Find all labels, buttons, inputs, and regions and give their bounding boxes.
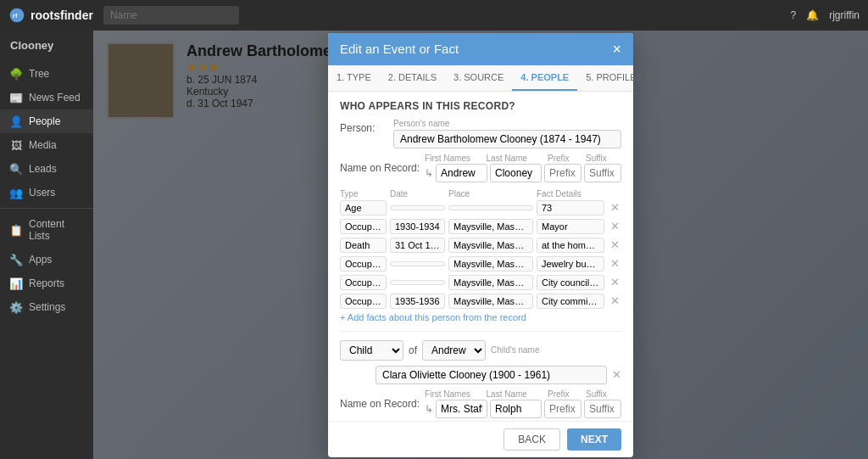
top-bar: rf rootsfinder ? 🔔 rjgriffin — [0, 0, 868, 31]
content-area: Andrew Bartholomew Clooney ★★★ b. 25 JUN… — [93, 31, 868, 459]
col-place-label: Place — [448, 189, 533, 199]
svg-text:rf: rf — [13, 12, 18, 20]
settings-icon: ⚙️ — [10, 301, 22, 313]
fact-remove-occ4[interactable]: ✕ — [608, 294, 621, 307]
tab-profiles[interactable]: 5. PROFILES — [577, 65, 651, 91]
logo: rf rootsfinder — [8, 7, 93, 24]
sidebar-item-tree[interactable]: 🌳 Tree — [0, 62, 93, 86]
prefix-input[interactable] — [544, 164, 581, 182]
reports-icon: 📊 — [10, 277, 22, 289]
modal-body: WHO APPEARS IN THIS RECORD? Person: Pers… — [328, 92, 633, 421]
sidebar-item-news-feed[interactable]: 📰 News Feed — [0, 86, 93, 109]
fact-remove-occ2[interactable]: ✕ — [608, 257, 621, 270]
child-section: Child Parent Spouse of Andrew Child's na… — [340, 331, 621, 421]
fact-type-occ1: Occupation — [340, 219, 387, 234]
fact-date-occ4: 1935-1936 — [390, 294, 445, 309]
first-name-input[interactable] — [436, 164, 487, 182]
fact-remove-death[interactable]: ✕ — [608, 238, 621, 251]
child-last-name-label: Last Name — [487, 389, 545, 399]
fact-details-age: 73 — [537, 200, 604, 216]
back-button[interactable]: BACK — [504, 428, 560, 451]
col-details-label: Fact Details — [537, 189, 604, 199]
add-facts-link[interactable]: + Add facts about this person from the r… — [340, 312, 621, 322]
name-arrow-icon: ↳ — [425, 167, 433, 179]
child-last-name-input[interactable] — [490, 400, 542, 418]
child-name-arrow-icon: ↳ — [425, 403, 433, 415]
col-date-label: Date — [390, 189, 445, 199]
child-remove-icon[interactable]: ✕ — [612, 368, 621, 381]
modal-title: Edit an Event or Fact — [340, 42, 459, 56]
child-first-name-input[interactable] — [436, 400, 487, 418]
modal-close-button[interactable]: × — [612, 42, 621, 57]
child-suffix-label: Suffix — [586, 389, 621, 399]
content-lists-icon: 📋 — [10, 224, 22, 236]
tab-source[interactable]: 3. SOURCE — [445, 65, 512, 91]
tab-details[interactable]: 2. DETAILS — [380, 65, 445, 91]
name-record-label: Name on Record: — [340, 162, 420, 174]
person-name-display: Andrew Bartholomew Clooney (1874 - 1947) — [393, 130, 621, 148]
apps-icon: 🔧 — [10, 254, 22, 266]
col-type-label: Type — [340, 189, 387, 199]
help-icon[interactable]: ? — [791, 9, 797, 21]
username: rjgriffin — [829, 9, 860, 21]
fact-details-occ3: City councilmar — [537, 275, 604, 290]
last-name-label: Last Name — [487, 154, 545, 163]
family-name: Clooney — [0, 31, 93, 55]
child-name-sublabel: Child's name — [491, 345, 621, 355]
next-button[interactable]: NEXT — [567, 428, 621, 451]
top-right-area: ? 🔔 rjgriffin — [791, 9, 860, 21]
sidebar-item-reports[interactable]: 📊 Reports — [0, 271, 93, 295]
fact-details-occ1: Mayor — [537, 219, 604, 234]
suffix-input[interactable] — [584, 164, 621, 182]
media-icon: 🖼 — [10, 139, 22, 151]
fact-type-age: Age — [340, 200, 387, 216]
sidebar-item-users[interactable]: 👥 Users — [0, 181, 93, 204]
fact-remove-occ3[interactable]: ✕ — [608, 276, 621, 288]
sidebar-item-content-lists[interactable]: 📋 Content Lists — [0, 212, 93, 248]
sidebar-item-apps[interactable]: 🔧 Apps — [0, 248, 93, 271]
suffix-label: Suffix — [586, 154, 621, 163]
sidebar-item-leads[interactable]: 🔍 Leads — [0, 157, 93, 181]
first-names-label: First Names — [425, 154, 483, 163]
fact-details-occ2: Jewelry busines — [537, 256, 604, 271]
fact-remove-occ1[interactable]: ✕ — [608, 220, 621, 232]
fact-place-occ1: Maysville, Mason, Kentucky, — [448, 219, 533, 234]
fact-type-death: Death — [340, 238, 387, 253]
fact-remove-age[interactable]: ✕ — [608, 201, 621, 214]
fact-place-age — [448, 205, 533, 210]
notifications-icon[interactable]: 🔔 — [806, 9, 819, 21]
tab-people[interactable]: 4. PEOPLE — [512, 65, 577, 91]
tree-icon: 🌳 — [10, 68, 22, 80]
sidebar-item-settings[interactable]: ⚙️ Settings — [0, 295, 93, 319]
section-title: WHO APPEARS IN THIS RECORD? — [340, 100, 621, 112]
sidebar-item-people[interactable]: 👤 People — [0, 109, 93, 133]
fact-date-occ2 — [390, 261, 445, 266]
fact-details-death: at the home of h — [537, 238, 604, 253]
modal-overlay: Edit an Event or Fact × 1. TYPE 2. DETAI… — [93, 31, 868, 459]
child-prefix-input[interactable] — [544, 400, 581, 418]
people-icon: 👤 — [10, 115, 22, 127]
tab-type[interactable]: 1. TYPE — [328, 65, 380, 91]
fact-type-occ4: Occupation — [340, 294, 387, 309]
fact-place-death: Maysville, Mason, Kentucky, — [448, 238, 533, 253]
child-parent-select[interactable]: Andrew — [422, 340, 486, 361]
child-suffix-input[interactable] — [584, 400, 621, 418]
child-type-select[interactable]: Child Parent Spouse — [340, 340, 403, 361]
search-input[interactable] — [103, 6, 239, 25]
fact-type-occ2: Occupation — [340, 256, 387, 271]
sidebar-item-media[interactable]: 🖼 Media — [0, 133, 93, 157]
news-icon: 📰 — [10, 92, 22, 104]
fact-place-occ2: Maysville, Mason, Kentucky, — [448, 256, 533, 271]
fact-place-occ3: Maysville, Mason, Kentucky, — [448, 275, 533, 290]
last-name-input[interactable] — [490, 164, 542, 182]
child-prefix-label: Prefix — [548, 389, 583, 399]
child-first-names-label: First Names — [425, 389, 483, 399]
fact-date-death: 31 Oct 1947 — [390, 238, 445, 253]
users-icon: 👥 — [10, 187, 22, 199]
fact-date-age — [390, 205, 445, 210]
leads-icon: 🔍 — [10, 163, 22, 175]
child-of-label: of — [409, 344, 417, 356]
child-name-record-label: Name on Record: — [340, 398, 420, 410]
modal-header: Edit an Event or Fact × — [328, 33, 633, 65]
fact-type-occ3: Occupation — [340, 275, 387, 290]
